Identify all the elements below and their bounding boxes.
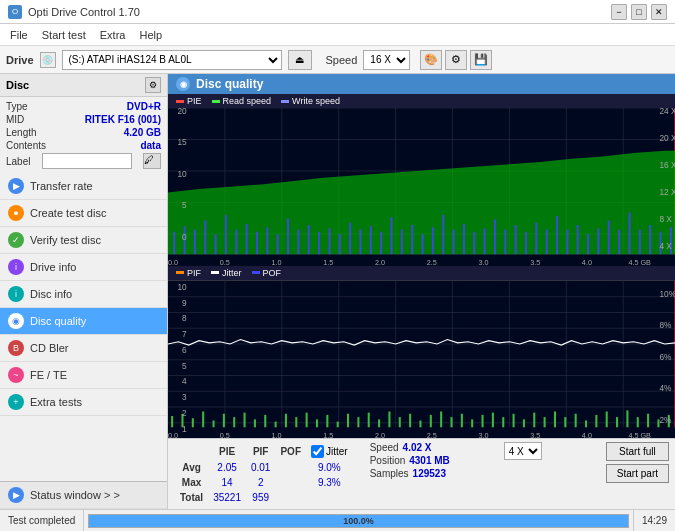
legend-pof: POF <box>252 268 282 278</box>
svg-rect-133 <box>482 414 484 426</box>
jitter-col-label: Jitter <box>326 446 348 457</box>
jitter-checkbox[interactable] <box>311 445 324 458</box>
total-pie: 35221 <box>209 491 245 504</box>
menu-start-test[interactable]: Start test <box>36 27 92 43</box>
svg-rect-140 <box>554 411 556 427</box>
svg-rect-106 <box>202 411 204 427</box>
speed-label-text: Speed <box>370 442 399 453</box>
svg-rect-107 <box>212 420 214 427</box>
drive-info-icon: i <box>8 259 24 275</box>
close-button[interactable]: ✕ <box>651 4 667 20</box>
pif-legend-dot <box>176 271 184 274</box>
disc-quality-icon: ◉ <box>8 313 24 329</box>
svg-text:1: 1 <box>182 423 187 433</box>
svg-rect-38 <box>411 225 413 254</box>
start-full-button[interactable]: Start full <box>606 442 669 461</box>
eject-button[interactable]: ⏏ <box>288 50 312 70</box>
transfer-rate-icon: ▶ <box>8 178 24 194</box>
label-icon-button[interactable]: 🖊 <box>143 153 161 169</box>
legend-read: Read speed <box>212 96 272 106</box>
disc-properties-button[interactable]: ⚙ <box>145 77 161 93</box>
pie-legend-dot <box>176 100 184 103</box>
svg-text:0.5: 0.5 <box>220 431 230 438</box>
samples-value: 129523 <box>413 468 446 479</box>
svg-rect-32 <box>349 223 351 255</box>
svg-rect-117 <box>316 419 318 427</box>
speed-select[interactable]: 16 X <box>363 50 410 70</box>
length-value: 4.20 GB <box>124 127 161 138</box>
svg-rect-20 <box>225 215 227 254</box>
svg-rect-55 <box>587 234 589 254</box>
app-title: Opti Drive Control 1.70 <box>28 6 140 18</box>
sidebar-label-disc-quality: Disc quality <box>30 315 86 327</box>
label-input[interactable] <box>42 153 132 169</box>
speed-value: 4.02 X <box>403 442 432 453</box>
sidebar-item-drive-info[interactable]: i Drive info <box>0 254 167 281</box>
status-window-button[interactable]: ▶ Status window > > <box>0 481 167 509</box>
svg-rect-17 <box>194 230 196 255</box>
drive-bar: Drive 💿 (S:) ATAPI iHAS124 B AL0L ⏏ Spee… <box>0 46 675 74</box>
svg-text:7: 7 <box>182 328 187 338</box>
quality-speed-select[interactable]: 4 X <box>504 442 542 460</box>
svg-rect-110 <box>244 412 246 427</box>
svg-text:1.0: 1.0 <box>271 431 281 438</box>
svg-rect-21 <box>235 230 237 255</box>
minimize-button[interactable]: − <box>611 4 627 20</box>
menu-help[interactable]: Help <box>133 27 168 43</box>
pie-legend-label: PIE <box>187 96 202 106</box>
drive-icon-btn-1[interactable]: 🎨 <box>420 50 442 70</box>
svg-rect-27 <box>297 230 299 255</box>
svg-rect-23 <box>256 232 258 255</box>
svg-text:5: 5 <box>182 200 187 210</box>
svg-text:10: 10 <box>177 168 186 178</box>
window-controls: − □ ✕ <box>611 4 667 20</box>
svg-rect-126 <box>409 413 411 427</box>
col-pie: PIE <box>209 444 245 459</box>
drive-icon-btn-3[interactable]: 💾 <box>470 50 492 70</box>
sidebar-item-disc-quality[interactable]: ◉ Disc quality <box>0 308 167 335</box>
sidebar-label-drive-info: Drive info <box>30 261 76 273</box>
menu-extra[interactable]: Extra <box>94 27 132 43</box>
svg-text:3.0: 3.0 <box>478 258 488 265</box>
svg-text:4%: 4% <box>659 382 671 392</box>
sidebar-item-fe-te[interactable]: ~ FE / TE <box>0 362 167 389</box>
maximize-button[interactable]: □ <box>631 4 647 20</box>
sidebar-item-create-test-disc[interactable]: ● Create test disc <box>0 200 167 227</box>
sidebar-item-transfer-rate[interactable]: ▶ Transfer rate <box>0 173 167 200</box>
svg-rect-109 <box>233 417 235 427</box>
status-window-icon: ▶ <box>8 487 24 503</box>
svg-text:1.0: 1.0 <box>271 258 281 265</box>
total-label: Total <box>176 491 207 504</box>
svg-rect-146 <box>616 417 618 427</box>
drive-select[interactable]: (S:) ATAPI iHAS124 B AL0L <box>62 50 282 70</box>
sidebar-item-extra-tests[interactable]: + Extra tests <box>0 389 167 416</box>
sidebar-label-extra-tests: Extra tests <box>30 396 82 408</box>
svg-rect-59 <box>628 213 630 255</box>
svg-text:20: 20 <box>177 108 186 116</box>
svg-rect-139 <box>544 417 546 427</box>
svg-rect-122 <box>368 412 370 427</box>
sidebar-item-cd-bler[interactable]: B CD Bler <box>0 335 167 362</box>
svg-text:12 X: 12 X <box>659 186 675 196</box>
contents-value: data <box>140 140 161 151</box>
mid-value: RITEK F16 (001) <box>85 114 161 125</box>
avg-pof <box>276 461 305 474</box>
svg-rect-50 <box>535 223 537 255</box>
svg-text:10: 10 <box>177 281 186 291</box>
svg-rect-46 <box>494 219 496 254</box>
svg-rect-51 <box>546 230 548 255</box>
sidebar-item-verify-test-disc[interactable]: ✓ Verify test disc <box>0 227 167 254</box>
svg-rect-43 <box>463 224 465 254</box>
sidebar-label-transfer-rate: Transfer rate <box>30 180 93 192</box>
progress-bar-inner: 100.0% <box>89 515 628 527</box>
svg-rect-141 <box>564 417 566 427</box>
drive-icon-btn-2[interactable]: ⚙ <box>445 50 467 70</box>
sidebar-item-disc-info[interactable]: i Disc info <box>0 281 167 308</box>
mid-label: MID <box>6 114 24 125</box>
menu-file[interactable]: File <box>4 27 34 43</box>
total-pif: 959 <box>247 491 274 504</box>
start-part-button[interactable]: Start part <box>606 464 669 483</box>
progress-container: 100.0% <box>84 510 633 531</box>
svg-text:0.0: 0.0 <box>168 431 178 438</box>
avg-label: Avg <box>176 461 207 474</box>
